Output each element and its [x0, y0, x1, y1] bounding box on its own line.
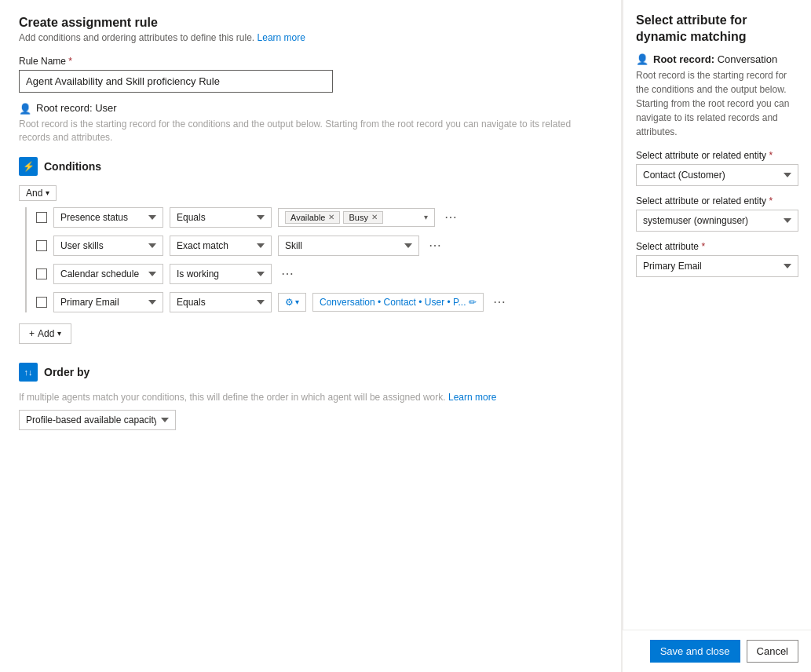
- rule-name-label: Rule Name: [19, 56, 602, 67]
- dynamic-icon: ⚙: [285, 297, 294, 308]
- side-entity2-select[interactable]: systemuser (owninguser): [636, 210, 798, 232]
- conditions-title: Conditions: [44, 160, 101, 173]
- operator-select-3[interactable]: Is working: [170, 264, 272, 284]
- page-subtitle: Add conditions and ordering attributes t…: [19, 32, 602, 43]
- conditions-list: Presence status Equals Available ✕ Busy …: [25, 207, 602, 312]
- operator-select-4[interactable]: Equals: [170, 292, 272, 312]
- order-by-title: Order by: [44, 366, 90, 378]
- add-condition-button[interactable]: + Add ▾: [19, 323, 71, 344]
- order-by-icon: ↑↓: [19, 363, 38, 382]
- order-by-select[interactable]: Profile-based available capacity: [19, 410, 176, 430]
- condition-checkbox-2[interactable]: [36, 240, 47, 251]
- side-panel-title: Select attribute for dynamic matching: [636, 13, 798, 46]
- order-by-desc: If multiple agents match your conditions…: [19, 391, 602, 404]
- condition-checkbox-1[interactable]: [36, 212, 47, 223]
- more-options-2[interactable]: ⋯: [426, 238, 444, 253]
- conditions-header: ⚡ Conditions: [19, 157, 602, 176]
- side-root-label: Root record: Conversation: [653, 53, 777, 65]
- edit-dynamic-value[interactable]: ✏: [469, 297, 477, 308]
- side-root-icon: 👤: [636, 53, 648, 65]
- tag-close-available[interactable]: ✕: [328, 213, 334, 221]
- main-panel: Create assignment rule Add conditions an…: [0, 0, 622, 672]
- operator-select-2[interactable]: Exact match: [170, 236, 272, 256]
- more-options-4[interactable]: ⋯: [490, 294, 509, 309]
- and-chevron-icon: ▾: [46, 188, 49, 197]
- attribute-select-2[interactable]: User skills: [53, 236, 163, 256]
- and-dropdown[interactable]: And ▾: [19, 185, 57, 201]
- more-options-1[interactable]: ⋯: [441, 210, 460, 225]
- dynamic-chevron-icon: ▾: [295, 298, 299, 306]
- condition-row: Primary Email Equals ⚙ ▾ Conversation • …: [36, 292, 602, 312]
- order-learn-more-link[interactable]: Learn more: [448, 392, 496, 403]
- rule-name-input[interactable]: [19, 70, 333, 93]
- attribute-select-4[interactable]: Primary Email: [53, 292, 163, 312]
- side-attribute-label: Select attribute: [636, 241, 798, 252]
- condition-checkbox-4[interactable]: [36, 297, 47, 308]
- side-root-record: 👤 Root record: Conversation: [636, 53, 798, 65]
- learn-more-link[interactable]: Learn more: [258, 32, 305, 43]
- footer-buttons: Save and close Cancel: [623, 630, 811, 672]
- condition-row: Calendar schedule Is working ⋯: [36, 264, 602, 284]
- dynamic-value-field: Conversation • Contact • User • P... ✏: [312, 293, 484, 312]
- tag-busy: Busy ✕: [343, 211, 382, 224]
- order-by-header: ↑↓ Order by: [19, 363, 602, 382]
- condition-row: Presence status Equals Available ✕ Busy …: [36, 207, 602, 228]
- side-attribute-select[interactable]: Primary Email: [636, 255, 798, 277]
- add-chevron-icon: ▾: [57, 329, 61, 338]
- tag-close-busy[interactable]: ✕: [371, 213, 378, 221]
- dynamic-icon-btn[interactable]: ⚙ ▾: [278, 293, 306, 312]
- condition-row: User skills Exact match Skill ⋯: [36, 236, 602, 256]
- page-title: Create assignment rule: [19, 16, 602, 30]
- side-entity1-select[interactable]: Contact (Customer): [636, 164, 798, 186]
- order-by-section: ↑↓ Order by If multiple agents match you…: [19, 363, 602, 431]
- conditions-section: ⚡ Conditions And ▾ Presence status Equal…: [19, 157, 602, 344]
- conditions-icon: ⚡: [19, 157, 38, 176]
- root-record-icon: 👤: [19, 103, 31, 115]
- side-entity1-label: Select attribute or related entity: [636, 150, 798, 161]
- value-select-2[interactable]: Skill: [278, 236, 419, 256]
- add-icon: +: [29, 328, 35, 339]
- tags-chevron-icon: ▾: [424, 213, 428, 221]
- root-record-desc: Root record is the starting record for t…: [19, 118, 602, 144]
- root-record-info: 👤 Root record: User: [19, 102, 602, 115]
- more-options-3[interactable]: ⋯: [278, 266, 297, 281]
- save-and-close-button[interactable]: Save and close: [650, 640, 740, 663]
- condition-checkbox-3[interactable]: [36, 268, 47, 279]
- cancel-button[interactable]: Cancel: [747, 640, 798, 663]
- attribute-select-3[interactable]: Calendar schedule: [53, 264, 163, 284]
- root-record-title: Root record: User: [36, 102, 117, 114]
- side-entity2-label: Select attribute or related entity: [636, 195, 798, 206]
- tags-container-1: Available ✕ Busy ✕ ▾: [278, 208, 435, 227]
- side-panel: Select attribute for dynamic matching 👤 …: [623, 0, 811, 672]
- tag-available: Available ✕: [285, 211, 340, 224]
- side-root-desc: Root record is the starting record for t…: [636, 68, 798, 139]
- operator-select-1[interactable]: Equals: [170, 207, 272, 228]
- attribute-select-1[interactable]: Presence status: [53, 207, 163, 228]
